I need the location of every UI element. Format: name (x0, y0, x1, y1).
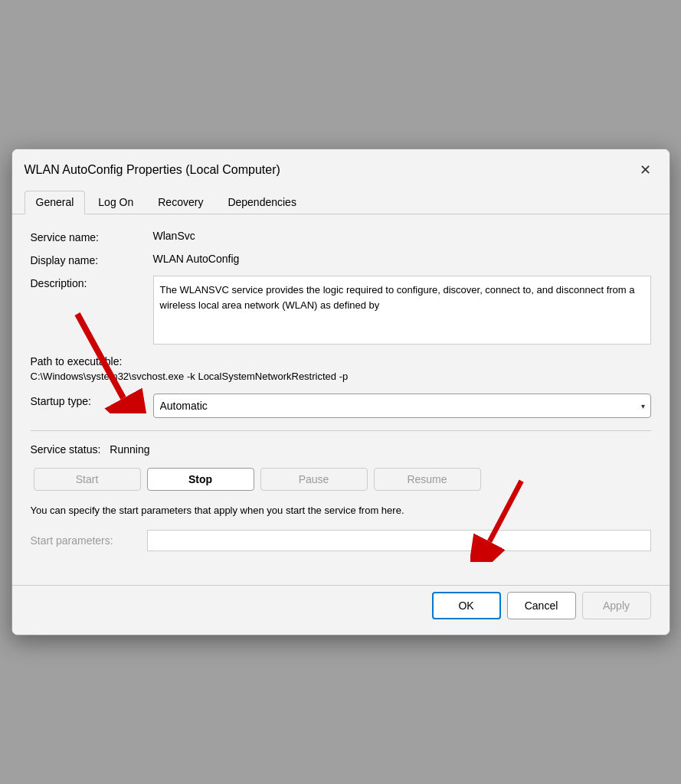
startup-type-label: Startup type: (31, 394, 153, 407)
apply-button[interactable]: Apply (582, 592, 651, 619)
pause-button[interactable]: Pause (260, 468, 368, 491)
ok-button[interactable]: OK (432, 592, 501, 619)
close-button[interactable]: ✕ (634, 158, 657, 181)
tab-general[interactable]: General (25, 191, 86, 214)
divider (31, 430, 651, 431)
dialog-window: WLAN AutoConfig Properties (Local Comput… (11, 149, 670, 635)
tab-bar: General Log On Recovery Dependencies (12, 185, 670, 214)
path-label: Path to executable: (31, 354, 153, 368)
info-text: You can specify the start parameters tha… (31, 503, 651, 518)
display-name-label: Display name: (31, 253, 153, 266)
dialog-title: WLAN AutoConfig Properties (Local Comput… (25, 163, 280, 177)
stop-button[interactable]: Stop (147, 468, 254, 491)
startup-type-row: Startup type: Automatic Automatic (Delay… (31, 394, 651, 418)
start-button[interactable]: Start (34, 468, 141, 491)
start-params-input[interactable] (147, 530, 651, 551)
title-bar: WLAN AutoConfig Properties (Local Comput… (12, 149, 670, 181)
service-name-value: WlanSvc (153, 230, 651, 242)
service-control-buttons: Start Stop Pause Resume (31, 468, 651, 491)
startup-type-select-wrapper: Automatic Automatic (Delayed Start) Manu… (153, 394, 651, 418)
path-row: Path to executable: C:\Windows\system32\… (31, 354, 651, 384)
service-status-label: Service status: (31, 443, 101, 456)
resume-button[interactable]: Resume (374, 468, 481, 491)
tab-recovery[interactable]: Recovery (146, 191, 214, 214)
description-row: Description: The WLANSVC service provide… (31, 276, 651, 345)
service-status-value: Running (110, 443, 149, 456)
tab-dependencies[interactable]: Dependencies (216, 191, 308, 214)
path-value: C:\Windows\system32\svchost.exe -k Local… (31, 369, 349, 384)
service-name-label: Service name: (31, 230, 153, 243)
bottom-buttons: OK Cancel Apply (12, 585, 670, 635)
description-value[interactable]: The WLANSVC service provides the logic r… (153, 276, 651, 345)
startup-type-select[interactable]: Automatic Automatic (Delayed Start) Manu… (153, 394, 651, 418)
display-name-row: Display name: WLAN AutoConfig (31, 253, 651, 266)
service-status-row: Service status: Running (31, 443, 651, 456)
service-name-row: Service name: WlanSvc (31, 230, 651, 243)
start-params-label: Start parameters: (31, 534, 138, 547)
description-label: Description: (31, 276, 153, 289)
start-params-row: Start parameters: (31, 530, 651, 551)
tab-logon[interactable]: Log On (87, 191, 145, 214)
display-name-value: WLAN AutoConfig (153, 253, 651, 265)
cancel-button[interactable]: Cancel (507, 592, 576, 619)
tab-content: Service name: WlanSvc Display name: WLAN… (12, 214, 670, 585)
